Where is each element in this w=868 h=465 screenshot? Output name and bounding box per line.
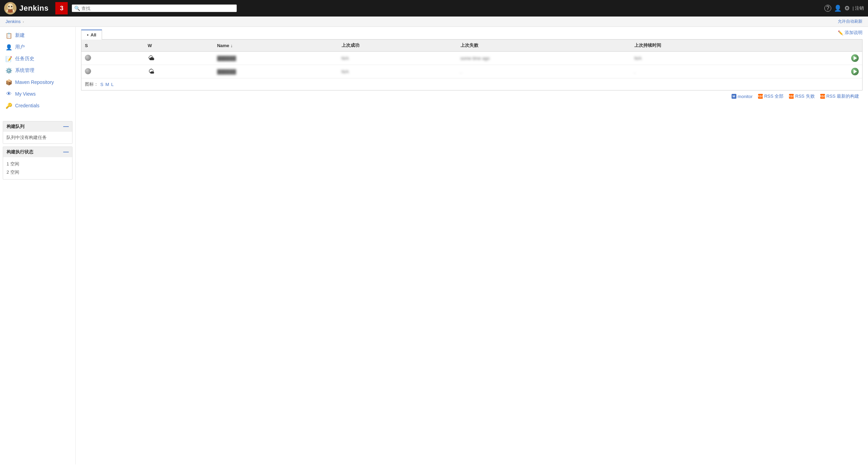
col-last-failure: 上次失败: [457, 40, 631, 52]
sidebar-item-history[interactable]: 📝 任务历史: [0, 53, 75, 65]
sidebar-item-new[interactable]: 📋 新建: [0, 30, 75, 41]
col-actions: [793, 40, 862, 52]
col-last-success: 上次成功: [338, 40, 457, 52]
notification-badge[interactable]: 3: [55, 2, 68, 14]
job-name-link-1[interactable]: ██████: [217, 56, 236, 61]
main-content: ✏️ 添加说明 ▪ All S W Name ↓ 上次成功 上次失败: [76, 27, 868, 464]
view-tab-all[interactable]: ▪ All: [81, 30, 102, 40]
run-icon-1: [851, 54, 859, 62]
breadcrumb-home[interactable]: Jenkins: [5, 19, 21, 24]
run-icon-triangle-2: [854, 69, 857, 74]
sidebar-label-maven: Maven Repository: [15, 79, 54, 85]
sidebar-item-users[interactable]: 👤 用户: [0, 41, 75, 53]
jobs-table: S W Name ↓ 上次成功 上次失败 上次持续时间: [81, 40, 862, 78]
row2-weather: 🌤: [144, 65, 214, 78]
legend-label: 图标：: [85, 81, 98, 87]
auto-refresh-link[interactable]: 允许自动刷新: [838, 19, 863, 24]
rss-fail-link[interactable]: RSS RSS 失败: [789, 93, 814, 99]
build-executor-collapse[interactable]: —: [63, 149, 69, 155]
breadcrumb-separator: ›: [23, 20, 24, 24]
rss-latest-link[interactable]: RSS RSS 最新的构建: [820, 93, 859, 99]
build-executor-panel: 构建执行状态 — 1 空闲 2 空闲: [3, 147, 73, 180]
sidebar-item-myviews[interactable]: 👁 My Views: [0, 88, 75, 100]
sidebar: 📋 新建 👤 用户 📝 任务历史 ⚙️ 系统管理 📦 Maven Reposit…: [0, 27, 76, 464]
logout-link[interactable]: | 注销: [853, 5, 864, 11]
help-icon[interactable]: ?: [824, 5, 831, 12]
add-description-link[interactable]: ✏️ 添加说明: [838, 30, 863, 36]
build-queue-empty-text: 队列中没有构建任务: [7, 135, 47, 140]
rss-monitor-icon: M: [732, 94, 736, 99]
rss-fail-icon: RSS: [789, 94, 794, 99]
sidebar-item-maven[interactable]: 📦 Maven Repository: [0, 76, 75, 88]
main-layout: 📋 新建 👤 用户 📝 任务历史 ⚙️ 系统管理 📦 Maven Reposit…: [0, 27, 868, 464]
sidebar-item-manage[interactable]: ⚙️ 系统管理: [0, 65, 75, 76]
credentials-icon: 🔑: [5, 102, 12, 109]
executor-1: 1 空闲: [7, 160, 69, 168]
row1-last-success: N/A: [338, 52, 457, 65]
legend-m-link[interactable]: M: [105, 82, 109, 87]
breadcrumb: Jenkins ›: [5, 19, 24, 24]
row1-action[interactable]: [793, 52, 862, 65]
col-last-duration: 上次持续时间: [631, 40, 793, 52]
sidebar-label-users: 用户: [15, 44, 25, 50]
sidebar-item-credentials[interactable]: 🔑 Credentials: [0, 100, 75, 111]
edit-icon: ✏️: [838, 30, 843, 35]
view-tabs: ▪ All: [81, 30, 863, 40]
legend-s-link[interactable]: S: [100, 82, 103, 87]
legend-l-link[interactable]: L: [111, 82, 114, 87]
run-button-1[interactable]: [851, 54, 859, 62]
row1-last-failure: some time ago: [457, 52, 631, 65]
row1-status: [81, 52, 144, 65]
search-box: 🔍: [72, 4, 237, 12]
row1-last-duration: N/A: [631, 52, 793, 65]
status-ball-grey: [85, 55, 91, 61]
logo-link[interactable]: Jenkins: [4, 2, 48, 14]
build-queue-collapse[interactable]: —: [63, 123, 69, 130]
build-executor-header: 构建执行状态 —: [3, 147, 72, 157]
row1-name: ██████: [214, 52, 338, 65]
breadcrumb-bar: Jenkins › 允许自动刷新: [0, 17, 868, 27]
status-ball-grey-2: [85, 68, 91, 74]
sidebar-label-myviews: My Views: [15, 91, 36, 97]
rss-monitor-label: monitor: [738, 94, 753, 99]
row2-status: [81, 65, 144, 78]
user-icon[interactable]: 👤: [834, 4, 842, 12]
legend-row: 图标： S M L: [81, 78, 862, 90]
build-queue-body: 队列中没有构建任务: [3, 132, 72, 143]
sidebar-label-credentials: Credentials: [15, 103, 40, 108]
sidebar-label-new: 新建: [15, 32, 25, 39]
view-tab-icon: ▪: [87, 32, 89, 37]
add-description-text: 添加说明: [845, 30, 863, 36]
job-name-link-2[interactable]: ██████: [217, 69, 236, 74]
rss-latest-icon: RSS: [820, 94, 825, 99]
rss-all-link[interactable]: RSS RSS 全部: [758, 93, 783, 99]
build-queue-panel: 构建队列 — 队列中没有构建任务: [3, 121, 73, 144]
rss-latest-label: RSS 最新的构建: [826, 93, 859, 99]
history-icon: 📝: [5, 55, 12, 62]
search-icon: 🔍: [74, 6, 80, 11]
run-icon-2: [851, 68, 859, 75]
weather-icon-cloudy: 🌥: [148, 54, 155, 62]
row2-name: ██████: [214, 65, 338, 78]
settings-icon[interactable]: ⚙: [844, 4, 850, 12]
users-icon: 👤: [5, 44, 12, 51]
logo-text: Jenkins: [19, 4, 48, 13]
run-button-2[interactable]: [851, 68, 859, 75]
build-queue-header: 构建队列 —: [3, 121, 72, 132]
manage-icon: ⚙️: [5, 67, 12, 74]
table-row: 🌤 ██████ N/A . .: [81, 65, 862, 78]
myviews-icon: 👁: [5, 90, 12, 97]
view-tab-label: All: [91, 32, 97, 37]
row2-action[interactable]: [793, 65, 862, 78]
maven-icon: 📦: [5, 79, 12, 86]
build-executor-body: 1 空闲 2 空闲: [3, 157, 72, 179]
table-row: 🌥 ██████ N/A some time ago N/A: [81, 52, 862, 65]
row2-last-duration: .: [631, 65, 793, 78]
build-queue-title: 构建队列: [7, 123, 24, 130]
new-icon: 📋: [5, 32, 12, 39]
search-input[interactable]: [81, 6, 234, 11]
col-name[interactable]: Name ↓: [214, 40, 338, 52]
header: Jenkins 3 🔍 ? 👤 ⚙ | 注销: [0, 0, 868, 17]
rss-row: M monitor RSS RSS 全部 RSS RSS 失败 RSS RSS …: [81, 90, 863, 101]
rss-monitor-link[interactable]: M monitor: [732, 94, 753, 99]
